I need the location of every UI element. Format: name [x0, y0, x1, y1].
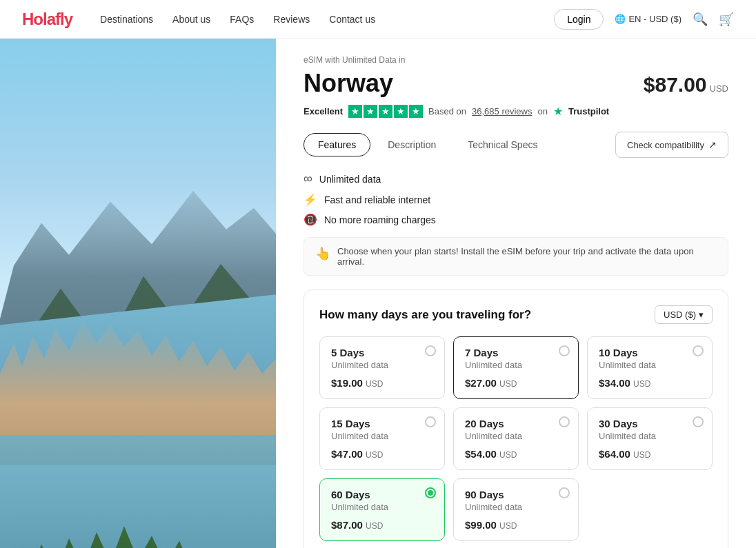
plan-data-60d: Unlimited data	[331, 502, 433, 512]
rating-label: Excellent	[304, 106, 343, 116]
plan-data-30d: Unlimited data	[599, 431, 701, 441]
plan-days-30d: 30 Days	[599, 418, 701, 429]
infinity-icon: ∞	[304, 172, 312, 186]
plan-price-5d: $19.00 USD	[331, 377, 433, 389]
plan-card-7d[interactable]: 7 Days Unlimited data $27.00 USD	[453, 336, 579, 399]
nav-right: Login 🌐 EN - USD ($) 🔍 🛒	[554, 9, 734, 30]
plan-data-15d: Unlimited data	[331, 431, 433, 441]
plan-radio-10d	[693, 345, 704, 356]
plan-card-30d[interactable]: 30 Days Unlimited data $64.00 USD	[587, 407, 713, 470]
nav-faqs[interactable]: FAQs	[230, 14, 254, 25]
product-image-col: H Scan the QR code and connect instantly…	[0, 39, 276, 548]
plan-card-15d[interactable]: 15 Days Unlimited data $47.00 USD	[319, 407, 445, 470]
no-roaming-icon: 📵	[304, 213, 317, 226]
tab-description[interactable]: Description	[373, 133, 450, 156]
plan-radio-30d	[693, 416, 704, 427]
plan-price-90d: $99.00 USD	[465, 519, 567, 531]
plan-radio-90d	[559, 487, 570, 498]
plan-card-10d[interactable]: 10 Days Unlimited data $34.00 USD	[587, 336, 713, 399]
plan-data-20d: Unlimited data	[465, 431, 567, 441]
breadcrumb: eSIM with Unlimited Data in	[304, 55, 728, 65]
nav-destinations[interactable]: Destinations	[100, 14, 153, 25]
plan-price-7d: $27.00 USD	[465, 377, 567, 389]
plan-radio-5d	[425, 345, 436, 356]
nav-about[interactable]: About us	[172, 14, 210, 25]
nav-contact[interactable]: Contact us	[329, 14, 375, 25]
trustpilot-star-icon: ★	[553, 105, 563, 118]
globe-icon: 🌐	[615, 14, 626, 24]
plan-section: How many days are you traveling for? USD…	[304, 290, 728, 548]
check-compat-icon: ↗	[708, 139, 717, 150]
plan-data-7d: Unlimited data	[465, 360, 567, 370]
stars: ★ ★ ★ ★ ★	[348, 105, 423, 118]
plan-section-title: How many days are you traveling for?	[319, 308, 531, 322]
plan-price-20d: $54.00 USD	[465, 448, 567, 460]
navbar: Holafly Destinations About us FAQs Revie…	[0, 0, 756, 39]
rating-on: on	[537, 106, 547, 116]
login-button[interactable]: Login	[554, 9, 604, 30]
plan-data-5d: Unlimited data	[331, 360, 433, 370]
plan-days-90d: 90 Days	[465, 489, 567, 500]
product-title-row: Norway $87.00 USD	[304, 69, 728, 98]
plan-note-text: Choose when your plan starts! Install th…	[337, 246, 717, 267]
plan-radio-7d	[559, 345, 570, 356]
hand-icon: 👆	[315, 246, 330, 261]
plan-card-5d[interactable]: 5 Days Unlimited data $19.00 USD	[319, 336, 445, 399]
chevron-down-icon: ▾	[699, 309, 704, 320]
lang-selector[interactable]: 🌐 EN - USD ($)	[615, 14, 682, 24]
plan-days-60d: 60 Days	[331, 489, 433, 500]
product-title: Norway	[304, 69, 393, 98]
rating-link[interactable]: 36,685 reviews	[472, 106, 532, 116]
plan-note: 👆 Choose when your plan starts! Install …	[304, 237, 728, 276]
currency-selector[interactable]: USD ($) ▾	[655, 305, 713, 324]
plan-days-15d: 15 Days	[331, 418, 433, 429]
plan-card-60d[interactable]: 60 Days Unlimited data $87.00 USD	[319, 478, 445, 541]
lang-label: EN - USD ($)	[628, 14, 682, 24]
tab-features[interactable]: Features	[304, 133, 370, 156]
plan-price-30d: $64.00 USD	[599, 448, 701, 460]
plan-days-7d: 7 Days	[465, 347, 567, 358]
tab-technical[interactable]: Technical Specs	[453, 133, 552, 156]
plan-days-5d: 5 Days	[331, 347, 433, 358]
plan-data-90d: Unlimited data	[465, 502, 567, 512]
plan-radio-15d	[425, 416, 436, 427]
plan-radio-20d	[559, 416, 570, 427]
plan-radio-60d	[425, 487, 436, 498]
plan-card-90d[interactable]: 90 Days Unlimited data $99.00 USD	[453, 478, 579, 541]
lightning-icon: ⚡	[304, 193, 317, 206]
feature-item-1: ⚡ Fast and reliable internet	[304, 193, 728, 206]
nav-reviews[interactable]: Reviews	[273, 14, 310, 25]
search-icon[interactable]: 🔍	[693, 12, 708, 27]
trustpilot-label: Trustpilot	[568, 106, 609, 116]
plan-price-15d: $47.00 USD	[331, 448, 433, 460]
feature-item-2: 📵 No more roaming charges	[304, 213, 728, 226]
product-price: $87.00 USD	[644, 73, 728, 97]
tabs: Features Description Technical Specs	[304, 133, 552, 156]
plan-grid: 5 Days Unlimited data $19.00 USD 7 Days …	[319, 336, 713, 541]
feature-item-0: ∞ Unlimited data	[304, 172, 728, 186]
check-compatibility-button[interactable]: Check compatibility ↗	[615, 132, 728, 158]
logo[interactable]: Holafly	[22, 10, 72, 29]
plan-card-20d[interactable]: 20 Days Unlimited data $54.00 USD	[453, 407, 579, 470]
rating-row: Excellent ★ ★ ★ ★ ★ Based on 36,685 revi…	[304, 105, 728, 118]
cart-icon[interactable]: 🛒	[719, 12, 734, 27]
plan-price-60d: $87.00 USD	[331, 519, 433, 531]
product-detail-col: eSIM with Unlimited Data in Norway $87.0…	[276, 39, 756, 548]
plan-days-10d: 10 Days	[599, 347, 701, 358]
tabs-row: Features Description Technical Specs Che…	[304, 132, 728, 158]
plan-days-20d: 20 Days	[465, 418, 567, 429]
nav-links: Destinations About us FAQs Reviews Conta…	[100, 14, 554, 25]
features-list: ∞ Unlimited data ⚡ Fast and reliable int…	[304, 172, 728, 226]
plan-data-10d: Unlimited data	[599, 360, 701, 370]
rating-text: Based on	[428, 106, 466, 116]
check-compat-label: Check compatibility	[627, 140, 704, 150]
plan-price-10d: $34.00 USD	[599, 377, 701, 389]
